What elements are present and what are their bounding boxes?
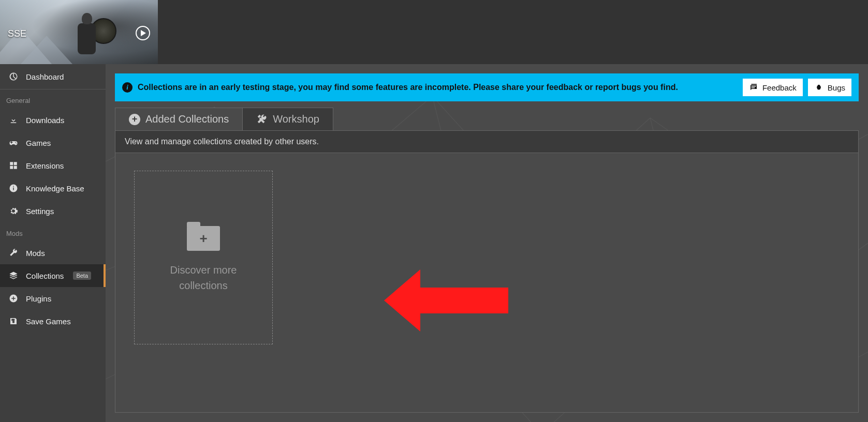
sidebar-item-label: Extensions — [26, 161, 64, 170]
plus-circle-icon — [8, 293, 19, 304]
bugs-button[interactable]: Bugs — [808, 79, 851, 96]
tab-workshop[interactable]: Workshop — [243, 108, 333, 130]
sidebar: Dashboard General Downloads Games Exten — [0, 64, 106, 422]
sidebar-item-plugins[interactable]: Plugins — [0, 287, 106, 310]
grid-icon — [8, 160, 19, 171]
tab-label: Workshop — [273, 113, 319, 125]
notice-text: Collections are in an early testing stag… — [138, 83, 738, 92]
tabs: + Added Collections Workshop — [115, 108, 333, 130]
sidebar-item-label: Save Games — [26, 317, 71, 326]
main-content: i Collections are in an early testing st… — [106, 64, 868, 422]
folder-plus-icon: + — [187, 222, 220, 251]
svg-point-4 — [817, 85, 821, 90]
sidebar-item-label: Games — [26, 139, 51, 147]
sidebar-item-mods[interactable]: Mods — [0, 242, 106, 264]
sidebar-item-label: Downloads — [26, 116, 64, 125]
gamepad-icon — [8, 138, 19, 148]
play-button[interactable] — [136, 26, 150, 40]
tab-label: Added Collections — [145, 113, 229, 125]
plus-circle-icon: + — [129, 114, 140, 125]
card-text: Discover more collections — [135, 262, 272, 293]
tab-added-collections[interactable]: + Added Collections — [115, 108, 243, 130]
gear-icon — [8, 206, 19, 216]
top-banner: SSE — [0, 0, 868, 64]
content-subheading: View and manage collections created by o… — [115, 130, 859, 153]
sidebar-item-dashboard[interactable]: Dashboard — [0, 64, 106, 89]
feedback-icon — [749, 83, 758, 92]
bug-icon — [814, 83, 823, 92]
game-banner[interactable]: SSE — [0, 0, 158, 64]
feedback-button[interactable]: Feedback — [743, 79, 803, 96]
info-icon — [8, 183, 19, 193]
sidebar-section-header: Mods — [0, 222, 106, 242]
sidebar-item-settings[interactable]: Settings — [0, 200, 106, 222]
sidebar-item-label: Knowledge Base — [26, 184, 84, 193]
feedback-label: Feedback — [762, 83, 797, 92]
sidebar-item-downloads[interactable]: Downloads — [0, 109, 106, 131]
layers-icon — [8, 270, 19, 281]
svg-rect-1 — [13, 188, 14, 190]
sidebar-item-save-games[interactable]: Save Games — [0, 310, 106, 333]
svg-rect-2 — [13, 186, 14, 187]
tools-icon — [256, 114, 268, 125]
sidebar-item-label: Plugins — [26, 294, 51, 303]
content-area: + Discover more collections — [115, 153, 859, 413]
notice-banner: i Collections are in an early testing st… — [115, 73, 859, 101]
bugs-label: Bugs — [828, 83, 845, 92]
sidebar-item-label: Mods — [26, 249, 45, 258]
sidebar-item-games[interactable]: Games — [0, 131, 106, 154]
save-icon — [8, 316, 19, 326]
sidebar-item-knowledge-base[interactable]: Knowledge Base — [0, 177, 106, 200]
sidebar-item-label: Settings — [26, 207, 54, 216]
game-label: SSE — [8, 28, 26, 39]
sidebar-section-header: General — [0, 89, 106, 109]
dashboard-icon — [8, 71, 19, 82]
sidebar-item-collections[interactable]: Collections Beta — [0, 264, 106, 287]
info-icon: i — [122, 82, 133, 93]
sidebar-item-label: Dashboard — [26, 72, 64, 81]
sidebar-item-extensions[interactable]: Extensions — [0, 154, 106, 177]
wrench-icon — [8, 248, 19, 258]
sidebar-item-label: Collections — [26, 272, 64, 280]
beta-badge: Beta — [73, 272, 91, 280]
download-icon — [8, 115, 19, 125]
discover-collections-card[interactable]: + Discover more collections — [134, 171, 273, 344]
